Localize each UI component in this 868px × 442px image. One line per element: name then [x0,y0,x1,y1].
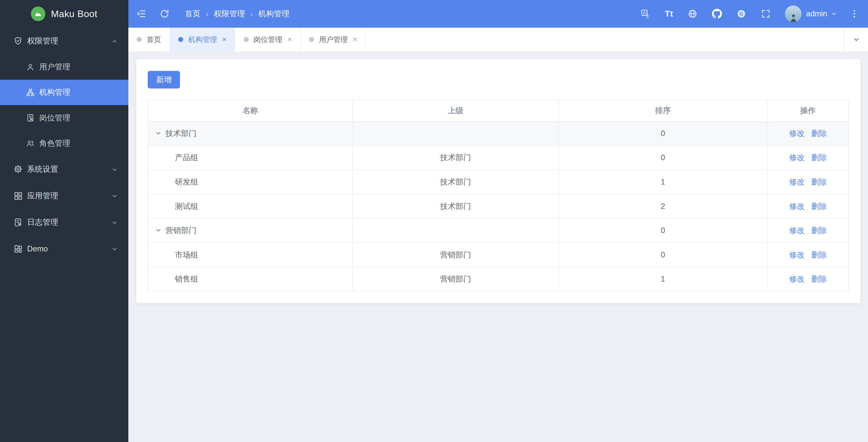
sidebar-item-system-settings[interactable]: 系统设置 [0,156,128,182]
breadcrumb-current: 机构管理 [258,8,289,19]
svg-text:文: 文 [646,14,650,19]
roles-icon [26,139,35,147]
name-cell: 产品组 [148,145,352,170]
chevron-down-icon [852,36,860,43]
close-icon[interactable]: × [352,36,357,43]
edit-link[interactable]: 修改 [789,275,805,283]
table-row: 市场组 营销部门 0 修改删除 [148,243,848,267]
translate-icon[interactable]: A文 [641,9,651,19]
gitee-icon[interactable]: G [736,9,746,19]
close-icon[interactable]: × [287,36,292,43]
org-name: 营销部门 [165,226,196,235]
fullscreen-icon[interactable] [761,9,771,19]
app-grid-icon [13,191,23,200]
tab-label: 岗位管理 [254,35,282,44]
sidebar-item-app-management[interactable]: 应用管理 [0,182,128,209]
org-name: 研发组 [175,177,198,186]
parent-cell: 营销部门 [352,243,558,267]
menu-fold-icon[interactable] [136,9,146,19]
tree-expand-icon[interactable] [155,130,161,137]
globe-icon[interactable] [687,9,698,19]
sidebar-item-user-management[interactable]: 用户管理 [0,54,128,80]
user-menu[interactable]: admin [785,5,837,22]
sidebar-item-org-management[interactable]: 机构管理 [0,80,128,105]
ops-cell: 修改删除 [767,267,848,292]
add-button[interactable]: 新增 [148,71,180,89]
delete-link[interactable]: 删除 [811,250,827,259]
close-icon[interactable]: × [222,36,226,43]
sidebar-menu: 权限管理 用户管理 机构管理 [0,28,128,442]
chevron-down-icon [111,219,118,226]
breadcrumb-separator: › [206,10,208,18]
demo-grid-icon [13,244,23,253]
breadcrumb-home[interactable]: 首页 [185,8,200,19]
edit-link[interactable]: 修改 [789,153,805,162]
sidebar-item-log-management[interactable]: 日志管理 [0,209,128,236]
delete-link[interactable]: 删除 [811,275,827,283]
delete-link[interactable]: 删除 [811,177,827,186]
parent-cell: 营销部门 [352,267,558,292]
edit-link[interactable]: 修改 [789,250,805,259]
sort-cell: 0 [558,243,767,267]
delete-link[interactable]: 删除 [811,129,827,138]
sort-cell: 0 [558,145,767,170]
font-size-icon[interactable]: Tt [665,9,673,19]
delete-link[interactable]: 删除 [811,153,827,162]
sidebar-item-label: 系统设置 [27,164,111,174]
content-area: 新增 名称 上级 排序 操作 技术部门 [128,52,868,442]
sidebar-item-post-management[interactable]: 岗位管理 [0,105,128,131]
sidebar-item-label: 用户管理 [39,62,70,72]
ops-cell: 修改删除 [767,170,848,194]
breadcrumb-permission[interactable]: 权限管理 [214,8,245,19]
tabs-dropdown-button[interactable] [844,28,868,52]
table-row: 技术部门 0 修改删除 [148,122,848,146]
name-cell: 研发组 [148,170,352,194]
tab-org-management[interactable]: 机构管理 × [170,28,235,52]
sort-cell: 0 [558,218,767,243]
app-logo: Maku Boot [0,0,128,28]
edit-link[interactable]: 修改 [789,202,805,211]
app-window: Maku Boot 权限管理 用户管理 [0,0,868,442]
sidebar-item-label: 应用管理 [27,191,111,201]
edit-link[interactable]: 修改 [789,129,805,138]
tab-home[interactable]: 首页 [128,28,170,52]
column-header-name: 名称 [148,100,352,122]
tab-post-management[interactable]: 岗位管理 × [235,28,301,52]
chevron-down-icon [111,246,118,252]
delete-link[interactable]: 删除 [811,202,827,211]
sidebar-item-role-management[interactable]: 角色管理 [0,131,128,156]
sidebar-item-label: Demo [27,244,111,253]
svg-text:A: A [643,10,646,15]
sidebar-item-label: 机构管理 [39,87,70,98]
edit-link[interactable]: 修改 [789,226,805,235]
column-header-ops: 操作 [767,100,848,122]
refresh-icon[interactable] [160,9,169,19]
delete-link[interactable]: 删除 [811,226,827,235]
sidebar-item-label: 权限管理 [27,36,111,46]
parent-cell [352,122,558,146]
org-name: 销售组 [175,275,198,283]
chevron-down-icon [111,193,118,199]
table-row: 产品组 技术部门 0 修改删除 [148,145,848,170]
user-icon [26,63,35,71]
column-header-parent: 上级 [352,100,558,122]
name-cell: 营销部门 [148,218,352,243]
name-cell: 市场组 [148,243,352,267]
sidebar-item-demo[interactable]: Demo [0,236,128,262]
table-row: 研发组 技术部门 1 修改删除 [148,170,848,194]
github-icon[interactable] [712,9,722,19]
kebab-menu-icon[interactable] [849,9,860,19]
main-pane: 首页 › 权限管理 › 机构管理 A文 Tt G [128,0,868,442]
parent-cell: 技术部门 [352,194,558,218]
log-doc-icon [13,218,23,227]
avatar [785,5,802,22]
svg-text:G: G [739,11,743,16]
tab-dot [137,37,142,42]
tab-dot [244,37,249,42]
tree-expand-icon[interactable] [155,227,161,234]
tab-user-management[interactable]: 用户管理 × [301,28,366,52]
table-row: 营销部门 0 修改删除 [148,218,848,243]
parent-cell: 技术部门 [352,145,558,170]
edit-link[interactable]: 修改 [789,177,805,186]
sidebar-item-permission-management[interactable]: 权限管理 [0,28,128,54]
